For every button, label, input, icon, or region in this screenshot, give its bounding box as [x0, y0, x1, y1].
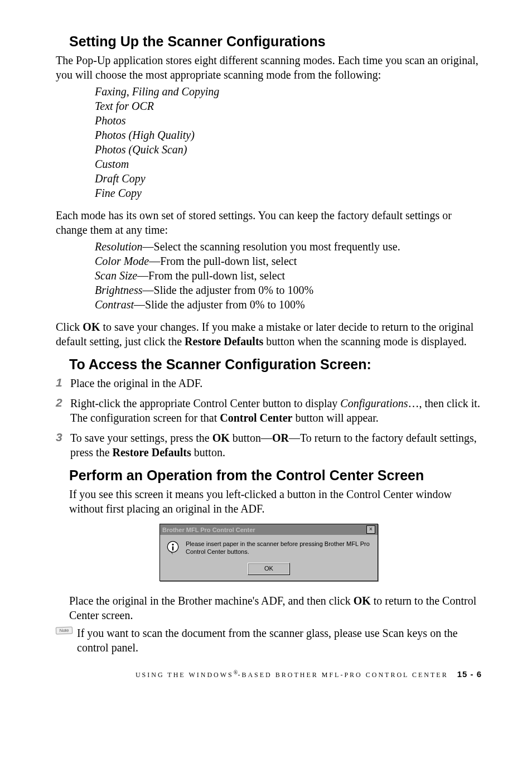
step-item: 1 Place the original in the ADF. [56, 376, 482, 390]
list-item: Contrast—Slide the adjuster from 0% to 1… [95, 297, 482, 312]
footer-title: USING THE WINDOWS [136, 671, 234, 679]
heading-perform-operation: Perform an Operation from the Control Ce… [56, 467, 482, 484]
step-text: To save your settings, press the OK butt… [70, 431, 482, 460]
dialog-insert-paper: Brother MFL Pro Control Center × Please … [159, 524, 378, 581]
note-icon: Note [56, 626, 72, 634]
list-item: Photos (High Quality) [95, 128, 482, 142]
close-icon[interactable]: × [366, 525, 375, 534]
svg-rect-2 [172, 547, 173, 550]
list-item: Photos (Quick Scan) [95, 142, 482, 157]
settings-list: Resolution—Select the scanning resolutio… [56, 239, 482, 312]
list-item: Draft Copy [95, 171, 482, 186]
page-footer: USING THE WINDOWS®-BASED BROTHER MFL-PRO… [56, 669, 482, 679]
list-item: Resolution—Select the scanning resolutio… [95, 239, 482, 254]
step-item: 3 To save your settings, press the OK bu… [56, 431, 482, 460]
page-number: 15 - 6 [457, 669, 482, 679]
steps-list: 1 Place the original in the ADF. 2 Right… [56, 376, 482, 460]
list-item: Fine Copy [95, 186, 482, 200]
paragraph: Place the original in the Brother machin… [69, 593, 482, 622]
step-number: 2 [56, 396, 70, 409]
paragraph: Click OK to save your changes. If you ma… [56, 320, 482, 349]
dialog-title: Brother MFL Pro Control Center [162, 527, 255, 533]
note-text: If you want to scan the document from th… [77, 626, 482, 655]
list-item: Text for OCR [95, 99, 482, 113]
paragraph: Each mode has its own set of stored sett… [56, 208, 482, 237]
heading-setting-up: Setting Up the Scanner Configurations [56, 33, 482, 50]
heading-access-config: To Access the Scanner Configuration Scre… [56, 356, 482, 373]
footer-title: -BASED BROTHER MFL-PRO CONTROL CENTER [238, 671, 448, 679]
list-item: Brightness—Slide the adjuster from 0% to… [95, 283, 482, 297]
modes-list: Faxing, Filing and Copying Text for OCR … [56, 84, 482, 200]
dialog-titlebar[interactable]: Brother MFL Pro Control Center × [160, 524, 378, 535]
step-text: Right-click the appropriate Control Cent… [70, 396, 482, 425]
list-item: Custom [95, 157, 482, 171]
step-number: 1 [56, 376, 70, 389]
step-text: Place the original in the ADF. [70, 376, 202, 390]
step-number: 3 [56, 431, 70, 444]
note-row: Note If you want to scan the document fr… [56, 626, 482, 655]
ok-button[interactable]: OK [248, 563, 290, 575]
list-item: Scan Size—From the pull-down list, selec… [95, 268, 482, 283]
list-item: Color Mode—From the pull-down list, sele… [95, 254, 482, 268]
svg-point-1 [172, 544, 173, 545]
list-item: Photos [95, 113, 482, 128]
paragraph: If you see this screen it means you left… [69, 487, 482, 516]
dialog-message: Please insert paper in the scanner befor… [186, 540, 372, 556]
list-item: Faxing, Filing and Copying [95, 84, 482, 99]
paragraph: The Pop-Up application stores eight diff… [56, 53, 482, 82]
info-icon [166, 540, 180, 555]
step-item: 2 Right-click the appropriate Control Ce… [56, 396, 482, 425]
